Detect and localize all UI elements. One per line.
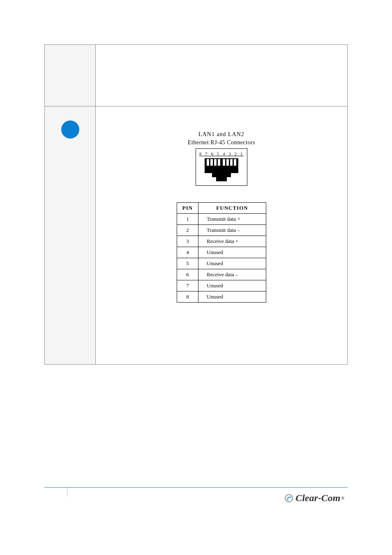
rj45-icon xyxy=(204,157,239,182)
svg-rect-0 xyxy=(207,159,209,166)
cell-pin: 1 xyxy=(177,214,198,225)
table-row: 4 Unused xyxy=(177,247,266,258)
trademark-symbol: ® xyxy=(341,496,344,500)
svg-rect-7 xyxy=(234,159,236,166)
cell-pin: 6 xyxy=(177,269,198,280)
pin-function-table: PIN FUNCTION 1 Transmit data + 2 Transmi… xyxy=(177,202,266,303)
cell-pin: 8 xyxy=(177,291,198,303)
cell-function: Receive data + xyxy=(198,236,266,247)
clearcom-logo-icon xyxy=(285,494,293,502)
cell-function: Unused xyxy=(198,280,266,291)
right-cell-diagram: LAN1 and LAN2 Ethernet RJ-45 Connectors … xyxy=(96,106,348,365)
pin-number-strip: 8 7 6 5 4 3 2 1 xyxy=(199,151,244,156)
table-row: 8 Unused xyxy=(177,291,266,303)
svg-rect-2 xyxy=(214,159,217,166)
diagram-center: LAN1 and LAN2 Ethernet RJ-45 Connectors … xyxy=(104,131,339,340)
cell-function: Transmit data + xyxy=(198,214,266,225)
table-row: 2 Transmit data – xyxy=(177,225,266,236)
cell-function: Unused xyxy=(198,247,266,258)
svg-rect-1 xyxy=(210,159,213,166)
footer-rule xyxy=(44,487,348,488)
diagram-wrap: LAN1 and LAN2 Ethernet RJ-45 Connectors … xyxy=(96,106,347,364)
step-marker-circle xyxy=(61,120,79,139)
cell-pin: 4 xyxy=(177,247,198,258)
svg-rect-3 xyxy=(218,159,220,166)
table-row: 3 Receive data + xyxy=(177,236,266,247)
svg-rect-4 xyxy=(223,159,225,166)
cell-pin: 7 xyxy=(177,280,198,291)
content-table: LAN1 and LAN2 Ethernet RJ-45 Connectors … xyxy=(44,44,348,365)
diagram-title: LAN1 and LAN2 xyxy=(198,131,244,138)
svg-rect-5 xyxy=(226,159,229,166)
header-function: FUNCTION xyxy=(198,203,266,214)
cell-pin: 3 xyxy=(177,236,198,247)
table-row: 6 Receive data – xyxy=(177,269,266,280)
table-row: 5 Unused xyxy=(177,258,266,269)
cell-pin: 2 xyxy=(177,225,198,236)
table-row: 7 Unused xyxy=(177,280,266,291)
rj45-connector-diagram: 8 7 6 5 4 3 2 1 xyxy=(196,148,247,186)
footer-logo: Clear-Com ® xyxy=(285,493,344,504)
cell-function: Unused xyxy=(198,258,266,269)
left-cell-top xyxy=(45,45,96,106)
svg-rect-6 xyxy=(230,159,233,166)
brand-name: Clear-Com xyxy=(295,493,340,504)
left-cell-diagram xyxy=(45,106,96,365)
right-cell-top xyxy=(96,45,348,106)
cell-function: Transmit data – xyxy=(198,225,266,236)
table-row: 1 Transmit data + xyxy=(177,214,266,225)
footer-tick xyxy=(67,488,67,497)
cell-function: Unused xyxy=(198,291,266,303)
cell-function: Receive data – xyxy=(198,269,266,280)
diagram-subtitle: Ethernet RJ-45 Connectors xyxy=(188,139,255,146)
cell-pin: 5 xyxy=(177,258,198,269)
header-pin: PIN xyxy=(177,203,198,214)
table-header-row: PIN FUNCTION xyxy=(177,203,266,214)
